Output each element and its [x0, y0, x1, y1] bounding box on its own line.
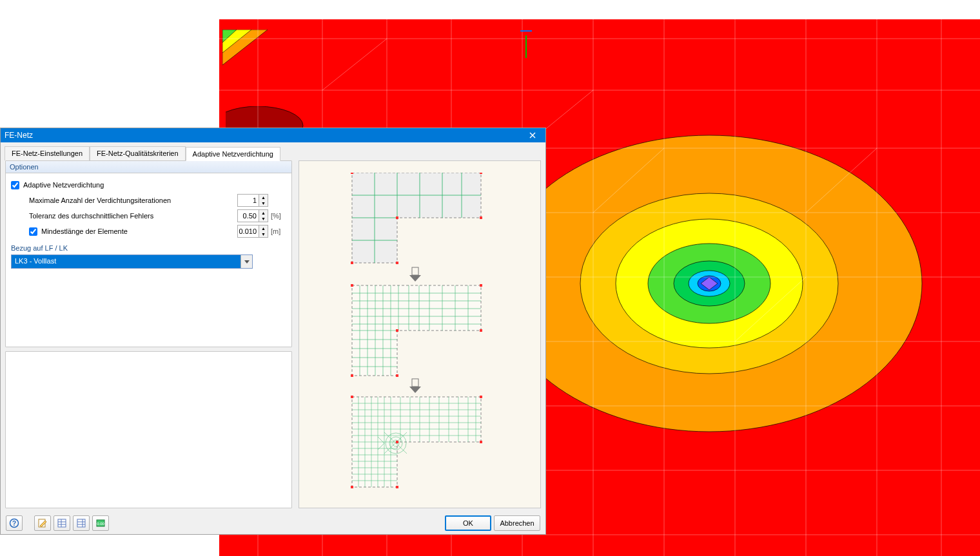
help-icon: ? [9, 518, 19, 528]
minlen-input[interactable] [238, 225, 259, 237]
table-button-1[interactable] [54, 515, 70, 531]
svg-rect-53 [351, 262, 353, 264]
svg-rect-51 [396, 216, 398, 219]
minlen-checkbox[interactable] [29, 227, 37, 236]
svg-rect-124 [396, 441, 398, 443]
svg-rect-123 [480, 441, 482, 443]
options-panel-header: Optionen [6, 161, 291, 173]
adaptive-checkbox-label: Adaptive Netzverdichtung [23, 181, 104, 189]
spinner-down-icon[interactable]: ▼ [259, 231, 268, 237]
tol-unit: [%] [271, 212, 286, 220]
svg-rect-78 [351, 284, 353, 287]
ref-section-label: Bezug auf LF / LK [11, 244, 286, 252]
svg-rect-126 [351, 486, 353, 488]
minlen-unit: [m] [271, 227, 286, 235]
svg-marker-39 [244, 260, 250, 264]
table-button-2[interactable] [73, 515, 90, 531]
cancel-button[interactable]: Abbrechen [494, 515, 540, 531]
tol-label: Toleranz des durchschnittlichen Fehlers [29, 212, 153, 220]
svg-text:0.00: 0.00 [97, 522, 104, 526]
svg-line-36 [806, 148, 877, 213]
svg-marker-85 [409, 387, 421, 393]
svg-rect-121 [351, 396, 353, 398]
max-iter-input[interactable] [238, 195, 259, 206]
edit-icon [37, 518, 48, 528]
svg-rect-82 [396, 374, 398, 377]
svg-rect-84 [412, 379, 418, 387]
svg-rect-122 [480, 396, 482, 398]
svg-rect-125 [396, 486, 398, 488]
spinner-up-icon[interactable]: ▲ [259, 210, 268, 216]
chevron-down-icon [244, 260, 250, 264]
options-pane: Optionen Adaptive Netzverdichtung Maxima… [5, 160, 292, 508]
svg-rect-81 [396, 329, 398, 332]
mesh-refinement-preview [342, 173, 497, 488]
svg-line-34 [593, 148, 664, 213]
svg-rect-52 [396, 262, 398, 264]
dialog-footer: ? 0.00 OK Abbrechen [1, 512, 545, 534]
top-marker-icon [525, 35, 527, 58]
svg-rect-50 [480, 216, 482, 219]
minlen-checkbox-label: Mindestlänge der Elemente [41, 227, 128, 235]
dialog-titlebar[interactable]: FE-Netz [1, 128, 545, 142]
help-button[interactable]: ? [6, 515, 23, 531]
spinner-up-icon[interactable]: ▲ [259, 195, 268, 200]
spinner-up-icon[interactable]: ▲ [259, 225, 268, 231]
svg-rect-54 [412, 267, 418, 275]
svg-line-35 [735, 277, 806, 341]
format-button[interactable]: 0.00 [92, 515, 109, 531]
svg-text:?: ? [12, 520, 16, 527]
svg-rect-48 [351, 173, 353, 174]
combo-dropdown-button[interactable] [240, 255, 252, 268]
tab-fe-settings[interactable]: FE-Netz-Einstellungen [5, 146, 90, 160]
dialog-title: FE-Netz [5, 131, 33, 140]
tol-spinner[interactable]: ▲ ▼ [237, 209, 268, 222]
tol-input[interactable] [238, 210, 259, 222]
max-iter-spinner[interactable]: ▲ ▼ [237, 194, 268, 207]
tab-fe-quality[interactable]: FE-Netz-Qualitätskriterien [90, 146, 186, 160]
fe-netz-dialog: FE-Netz FE-Netz-Einstellungen FE-Netz-Qu… [0, 128, 546, 535]
svg-rect-80 [480, 329, 482, 332]
format-icon: 0.00 [95, 518, 106, 528]
svg-line-32 [322, 39, 387, 90]
lower-empty-panel [5, 351, 292, 508]
close-button[interactable] [520, 128, 545, 142]
svg-rect-134 [77, 519, 85, 527]
spinner-down-icon[interactable]: ▼ [259, 216, 268, 222]
options-panel: Optionen Adaptive Netzverdichtung Maxima… [5, 160, 292, 347]
svg-rect-83 [351, 374, 353, 377]
svg-rect-130 [58, 519, 66, 527]
svg-rect-49 [480, 173, 482, 174]
svg-rect-79 [480, 284, 482, 287]
max-iter-label: Maximale Anzahl der Verdichtungsiteratio… [29, 197, 171, 204]
svg-marker-55 [409, 275, 421, 282]
spinner-down-icon[interactable]: ▼ [259, 200, 268, 206]
ref-combo-value: LK3 - Volllast [12, 255, 240, 268]
ref-combo[interactable]: LK3 - Volllast [11, 254, 253, 269]
edit-button[interactable] [34, 515, 51, 531]
table-icon [57, 518, 67, 528]
minlen-spinner[interactable]: ▲ ▼ [237, 225, 268, 238]
preview-pane [299, 160, 541, 508]
adaptive-checkbox[interactable] [11, 181, 19, 189]
tab-adaptive[interactable]: Adaptive Netzverdichtung [186, 147, 280, 161]
table-icon [76, 518, 86, 528]
ok-button[interactable]: OK [445, 515, 491, 531]
tab-bar: FE-Netz-Einstellungen FE-Netz-Qualitätsk… [1, 142, 545, 160]
close-icon [529, 132, 536, 139]
